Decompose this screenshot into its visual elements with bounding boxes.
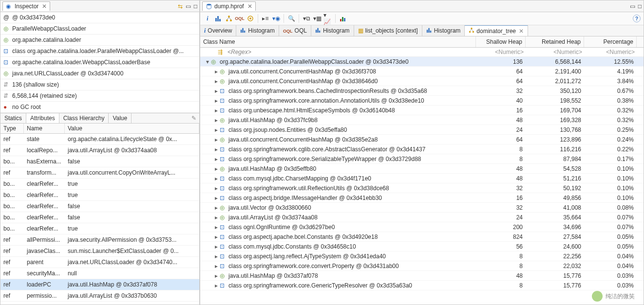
inspector-line[interactable]: ⇵136 (shallow size) xyxy=(0,79,199,90)
subtab-histogram[interactable]: Histogram xyxy=(422,25,465,36)
expand-icon[interactable]: ▾ xyxy=(204,58,211,65)
expand-icon[interactable]: ▸ xyxy=(213,253,220,260)
chart-icon[interactable]: ▾📈 xyxy=(323,14,332,23)
subtab-dominator-tree[interactable]: dominator_tree✕ xyxy=(465,25,528,36)
expand-icon[interactable]: ▸ xyxy=(213,126,220,133)
attribute-row[interactable]: refjavaseClas...sun.misc.Launcher$ExtCla… xyxy=(0,246,199,257)
tree-row[interactable]: ▸⊡class ognl.OgnlRuntime @ 0x3d6297be020… xyxy=(200,222,644,232)
attribute-row[interactable]: refsecurityMa...null xyxy=(0,268,199,279)
dump-tab[interactable]: dump.hprof ✕ xyxy=(202,1,256,11)
copy-icon[interactable]: ▾⧉ xyxy=(302,14,311,23)
tree-row[interactable]: ▾◎org.apache.catalina.loader.ParallelWeb… xyxy=(200,57,644,67)
maximize-icon[interactable]: □ xyxy=(194,3,197,10)
overview-tool-icon[interactable]: i xyxy=(203,14,212,23)
tree-row[interactable]: ▸⊡class org.aspectj.apache.bcel.Constant… xyxy=(200,232,644,242)
attribute-row[interactable]: reflocalRepo...java.util.ArrayList @ 0x3… xyxy=(0,145,199,156)
attr-tab-attributes[interactable]: Attributes xyxy=(26,113,59,123)
link-icon[interactable]: ⇆ xyxy=(178,3,183,10)
attribute-row[interactable]: refallPermissi...java.security.AllPermis… xyxy=(0,234,199,246)
expand-icon[interactable]: ▸ xyxy=(213,243,220,250)
tree-row[interactable]: ▸⊡class org.springframework.core.convert… xyxy=(200,261,644,271)
attribute-row[interactable]: bo...clearRefer...true xyxy=(0,190,199,201)
expand-icon[interactable]: ▸ xyxy=(213,68,220,75)
minimize-icon[interactable]: ▭ xyxy=(186,3,191,10)
find-icon[interactable]: 🔍 xyxy=(287,14,296,23)
tree-row[interactable]: ▸⊡class org.aspectj.lang.reflect.AjTypeS… xyxy=(200,251,644,261)
tree-row[interactable]: ▸◎java.util.ArrayList @ 0x3d374aa082435,… xyxy=(200,213,644,222)
expand-icon[interactable]: ▸ xyxy=(213,233,220,240)
expand-icon[interactable]: ▸ xyxy=(213,88,220,94)
subtab-oql[interactable]: OQLOQL xyxy=(279,25,311,36)
tree-row[interactable]: ▸◎java.util.concurrent.ConcurrentHashMap… xyxy=(200,135,644,144)
tree-row[interactable]: ▸◎java.util.HashMap @ 0x3d37fc9b848169,3… xyxy=(200,115,644,125)
pin-icon[interactable]: ✎ xyxy=(189,113,199,123)
attribute-row[interactable]: refparentjava.net.URLClassLoader @ 0x3d3… xyxy=(0,257,199,268)
subtab-list-objects-context-[interactable]: ▦list_objects [context] xyxy=(354,25,422,36)
thread-tool-icon[interactable] xyxy=(246,14,255,23)
tree-row[interactable]: ▸⊡class org.springframework.beans.Cached… xyxy=(200,86,644,96)
expand-icon[interactable]: ▸ xyxy=(213,224,220,231)
attribute-row[interactable]: bo...clearRefer...false xyxy=(0,201,199,212)
attribute-row[interactable]: refpermissio...java.util.ArrayList @ 0x3… xyxy=(0,290,199,302)
close-dump-icon[interactable]: ✕ xyxy=(247,3,252,10)
run-report-icon[interactable]: ▸≡ xyxy=(261,14,270,23)
col-retained[interactable]: Retained Heap xyxy=(526,36,584,47)
expand-icon[interactable]: ▸ xyxy=(213,263,220,269)
inspector-line[interactable]: ◎ParallelWebappClassLoader xyxy=(0,23,199,35)
attribute-row[interactable]: bo...hasExterna...false xyxy=(0,156,199,167)
inspector-tab[interactable]: ◉ Inspector ✕ xyxy=(2,1,50,11)
tree-row[interactable]: ▸⊡class com.mysql.jdbc.CharsetMapping @ … xyxy=(200,174,644,183)
expand-icon[interactable]: ▸ xyxy=(213,214,220,221)
attribute-row[interactable]: refstateorg.apache.catalina.LifecycleSta… xyxy=(0,134,199,145)
expand-icon[interactable]: ▸ xyxy=(213,272,220,279)
expand-icon[interactable]: ▸ xyxy=(213,78,220,85)
expand-icon[interactable]: ▸ xyxy=(213,195,220,201)
col-shallow[interactable]: Shallow Heap xyxy=(476,36,526,47)
tree-row[interactable]: ▸⊡class org.jsoup.nodes.Entities @ 0x3d5… xyxy=(200,125,644,135)
tree-row[interactable]: ▸⊡class org.springframework.core.Generic… xyxy=(200,281,644,290)
inspector-line[interactable]: ⊡org.apache.catalina.loader.WebappClassL… xyxy=(0,57,199,68)
tree-row[interactable]: ▸⊡class org.aspectj.bridge.IMessageHandl… xyxy=(200,193,644,203)
tree-row[interactable]: ▸◎java.util.HashMap @ 0x3d37af0784815,77… xyxy=(200,271,644,281)
col-percentage[interactable]: Percentage xyxy=(584,36,637,47)
subtab-histogram[interactable]: Histogram xyxy=(311,25,354,36)
tree-row[interactable]: ▸◎java.util.HashMap @ 0x3d5effb804854,52… xyxy=(200,164,644,174)
expand-icon[interactable]: ▸ xyxy=(213,146,220,153)
tree-row[interactable]: ▸◎java.util.Vector @ 0x3d38006603241,008… xyxy=(200,203,644,213)
tree-tool-icon[interactable] xyxy=(225,14,233,23)
tree-row[interactable]: ▸⊡class org.springframework.cglib.core.A… xyxy=(200,144,644,154)
inspector-line[interactable]: ●no GC root xyxy=(0,102,199,113)
inspector-line[interactable]: ◎java.net.URLClassLoader @ 0x3d3474000 xyxy=(0,68,199,79)
inspector-line[interactable]: ◎org.apache.catalina.loader xyxy=(0,35,199,46)
query-icon[interactable]: ▾◉ xyxy=(272,14,281,23)
help-icon[interactable]: ? xyxy=(633,15,641,22)
close-tab-icon[interactable]: ✕ xyxy=(42,3,47,10)
oql-tool-icon[interactable]: OQL xyxy=(235,14,244,23)
attribute-row[interactable]: bo...clearRefer...true xyxy=(0,223,199,234)
inspector-line[interactable]: ⊡class org.apache.catalina.loader.Parall… xyxy=(0,46,199,57)
attribute-row[interactable]: bo...clearRefer...false xyxy=(0,212,199,223)
histogram-tool-icon[interactable] xyxy=(214,14,223,23)
filter-row[interactable]: ⇶ <Regex> <Numeric> <Numeric> <Numeric> xyxy=(200,48,644,57)
subtab-overview[interactable]: iOverview xyxy=(200,25,236,36)
expand-icon[interactable]: ▸ xyxy=(213,136,220,143)
attr-tab-class-hierarchy[interactable]: Class Hierarchy xyxy=(59,113,109,123)
expand-icon[interactable]: ▸ xyxy=(213,156,220,162)
expand-icon[interactable]: ▸ xyxy=(213,165,220,172)
col-class-name[interactable]: Class Name xyxy=(200,36,476,47)
maximize-icon[interactable]: □ xyxy=(638,3,642,10)
inspector-line[interactable]: ⇵6,568,144 (retained size) xyxy=(0,90,199,102)
attribute-row[interactable]: refjarModific...java.util.HashMap @ 0x3d… xyxy=(0,302,199,305)
col-value[interactable]: Value xyxy=(65,124,199,133)
expand-icon[interactable]: ▸ xyxy=(213,175,220,182)
table-icon[interactable]: ▾▦ xyxy=(313,14,322,23)
expand-icon[interactable]: ▸ xyxy=(213,107,220,114)
bar-icon[interactable] xyxy=(339,14,347,23)
tree-row[interactable]: ▸◎java.util.concurrent.ConcurrentHashMap… xyxy=(200,76,644,86)
attribute-row[interactable]: bo...clearRefer...true xyxy=(0,179,199,190)
tree-row[interactable]: ▸⊡class org.springframework.core.annotat… xyxy=(200,96,644,106)
attr-tab-value[interactable]: Value xyxy=(109,113,132,123)
tree-row[interactable]: ▸◎java.util.concurrent.ConcurrentHashMap… xyxy=(200,67,644,76)
col-type[interactable]: Type xyxy=(0,124,24,133)
attr-tab-statics[interactable]: Statics xyxy=(0,113,26,123)
